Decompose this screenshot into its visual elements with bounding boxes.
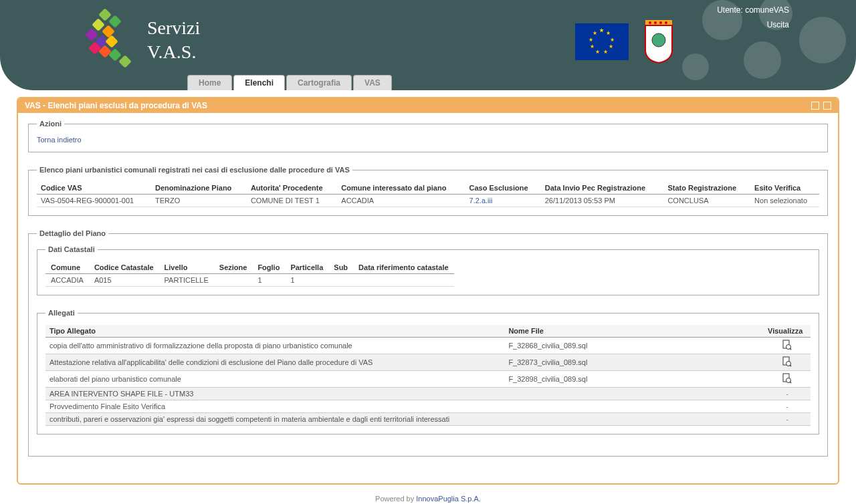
elenco-table: Codice VAS Denominazione Piano Autorita'… bbox=[37, 182, 819, 207]
table-row: VAS-0504-REG-900001-001 TERZO COMUNE DI … bbox=[37, 195, 819, 207]
view-file-icon[interactable] bbox=[782, 356, 792, 367]
svg-point-2 bbox=[799, 17, 846, 64]
eu-flag-icon: ★ ★ ★ ★ ★ ★ ★ ★ ★ ★ bbox=[575, 23, 629, 60]
app-title: Servizi V.A.S. bbox=[147, 16, 200, 65]
footer: Powered by InnovaPuglia S.p.A. bbox=[0, 495, 856, 503]
content-panel: VAS - Elenchi piani esclusi da procedura… bbox=[17, 97, 839, 485]
allegati-box: Allegati Tipo Allegato Nome File Visuali… bbox=[37, 309, 819, 434]
azioni-box: Azioni Torna indietro bbox=[28, 120, 828, 152]
elenco-box: Elenco piani urbanistici comunali regist… bbox=[28, 166, 828, 216]
main-tabs: Home Elenchi Cartografia VAS bbox=[187, 75, 392, 90]
svg-line-13 bbox=[790, 348, 791, 350]
allegati-table: Tipo Allegato Nome File Visualizza copia… bbox=[45, 325, 811, 426]
logout-link[interactable]: Uscita bbox=[717, 20, 789, 29]
svg-point-7 bbox=[654, 21, 657, 24]
catastali-table: Comune Codice Catastale Livello Sezione … bbox=[45, 261, 454, 287]
page-title: VAS - Elenchi piani esclusi da procedura… bbox=[25, 101, 207, 110]
svg-point-10 bbox=[652, 33, 665, 47]
table-row: Attestazione relativa all'applicabilita'… bbox=[45, 354, 811, 371]
app-header: Servizi V.A.S. ★ ★ ★ ★ ★ ★ ★ ★ ★ ★ bbox=[0, 0, 856, 90]
table-row: copia dell'atto amministrativo di formal… bbox=[45, 338, 811, 354]
tab-vas[interactable]: VAS bbox=[353, 75, 392, 90]
table-row: contributi, pareri e osservazioni gia' e… bbox=[45, 413, 811, 426]
table-row: ACCADIA A015 PARTICELLE 1 1 bbox=[45, 274, 454, 287]
app-logo bbox=[74, 10, 140, 70]
tab-cartografia[interactable]: Cartografia bbox=[286, 75, 352, 90]
dettaglio-box: Dettaglio del Piano Dati Catastali Comun… bbox=[28, 229, 828, 457]
svg-point-9 bbox=[665, 21, 667, 24]
table-row: Provvedimento Finale Esito Verifica- bbox=[45, 400, 811, 413]
svg-line-16 bbox=[790, 365, 791, 366]
caso-link[interactable]: 7.2.a.iii bbox=[465, 195, 541, 207]
tab-home[interactable]: Home bbox=[187, 75, 232, 90]
svg-point-3 bbox=[744, 41, 781, 79]
table-row: AREA INTERVENTO SHAPE FILE - UTM33- bbox=[45, 388, 811, 400]
user-label: Utente: comuneVAS bbox=[717, 5, 789, 15]
collapse-icon[interactable] bbox=[811, 102, 819, 110]
view-file-icon[interactable] bbox=[782, 340, 792, 350]
tab-elenchi[interactable]: Elenchi bbox=[233, 75, 285, 90]
expand-icon[interactable] bbox=[823, 102, 831, 110]
back-link[interactable]: Torna indietro bbox=[37, 136, 82, 144]
view-file-icon[interactable] bbox=[782, 373, 792, 384]
svg-line-19 bbox=[790, 382, 791, 383]
region-crest-icon bbox=[642, 20, 675, 64]
svg-point-8 bbox=[659, 21, 662, 24]
catastali-box: Dati Catastali Comune Codice Catastale L… bbox=[37, 245, 819, 295]
table-row: elaborati del piano urbanistico comunale… bbox=[45, 371, 811, 388]
footer-link[interactable]: InnovaPuglia S.p.A. bbox=[416, 495, 481, 503]
svg-point-4 bbox=[682, 53, 709, 80]
svg-point-6 bbox=[649, 21, 651, 24]
